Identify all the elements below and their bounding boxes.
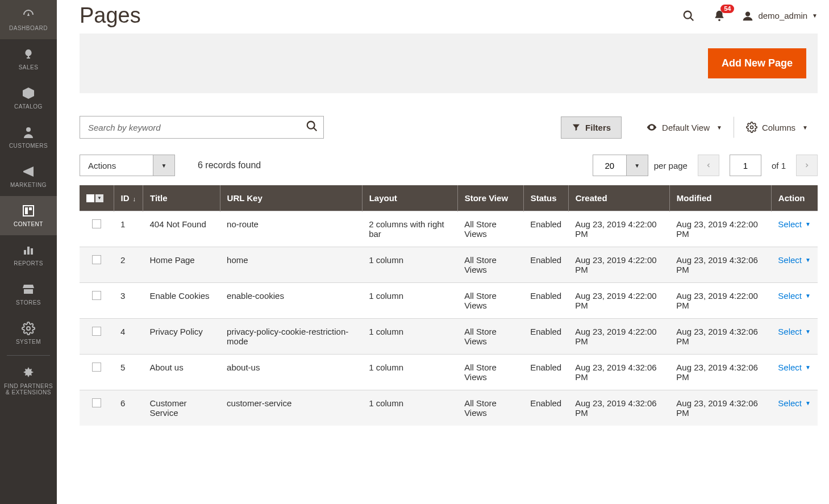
per-page-input[interactable] xyxy=(593,155,627,176)
table-row: 4Privacy Policyprivacy-policy-cookie-res… xyxy=(80,319,818,355)
col-status[interactable]: Status xyxy=(523,185,568,211)
cell-layout: 2 columns with right bar xyxy=(362,211,457,247)
main-content: Pages 54 demo_admin ▼ Add New Page xyxy=(57,0,829,504)
cell-modified: Aug 23, 2019 4:32:06 PM xyxy=(669,247,771,283)
svg-rect-1 xyxy=(23,206,34,216)
cell-title: Home Page xyxy=(143,247,220,283)
row-checkbox[interactable] xyxy=(92,327,101,336)
col-id[interactable]: ID↓ xyxy=(114,185,143,211)
svg-point-12 xyxy=(307,122,315,129)
action-select[interactable]: Select▼ xyxy=(778,327,811,336)
cell-urlkey: home xyxy=(220,247,362,283)
row-checkbox[interactable] xyxy=(92,291,101,300)
actionbar: Add New Page xyxy=(80,34,818,93)
table-row: 1404 Not Foundno-route2 columns with rig… xyxy=(80,211,818,247)
sort-arrow-icon: ↓ xyxy=(133,195,136,202)
user-menu[interactable]: demo_admin ▼ xyxy=(742,10,818,22)
search-input[interactable] xyxy=(80,116,324,139)
table-row: 5About usabout-us1 columnAll Store Views… xyxy=(80,355,818,390)
action-select[interactable]: Select▼ xyxy=(778,219,811,229)
row-checkbox[interactable] xyxy=(92,255,101,264)
default-view-button[interactable]: Default View ▼ xyxy=(636,116,734,138)
per-page-label: per page xyxy=(654,161,688,170)
username-label: demo_admin xyxy=(758,11,807,20)
col-title[interactable]: Title xyxy=(143,185,220,211)
sidebar-item-dashboard[interactable]: DASHBOARD xyxy=(0,0,57,39)
sidebar-item-sales-icon xyxy=(22,46,35,62)
col-url-key[interactable]: URL Key xyxy=(220,185,362,211)
cell-modified: Aug 23, 2019 4:32:06 PM xyxy=(669,390,771,426)
cell-modified: Aug 23, 2019 4:22:00 PM xyxy=(669,211,771,247)
add-new-page-button[interactable]: Add New Page xyxy=(708,48,806,78)
svg-point-11 xyxy=(745,11,750,16)
header-right: 54 demo_admin ▼ xyxy=(681,8,818,24)
sidebar-item-marketing[interactable]: MARKETING xyxy=(0,157,57,196)
per-page-toggle[interactable]: ▼ xyxy=(627,155,648,176)
sidebar-item-dashboard-icon xyxy=(22,7,35,23)
sidebar-item-reports-icon xyxy=(22,242,35,258)
col-created[interactable]: Created xyxy=(568,185,669,211)
row-checkbox[interactable] xyxy=(92,398,101,407)
cell-storeview: All Store Views xyxy=(457,283,523,319)
sidebar-item-reports[interactable]: REPORTS xyxy=(0,235,57,274)
sidebar-item-content[interactable]: CONTENT xyxy=(0,196,57,235)
user-icon xyxy=(742,10,753,22)
col-layout[interactable]: Layout xyxy=(362,185,457,211)
page-input[interactable] xyxy=(730,155,761,176)
action-select[interactable]: Select▼ xyxy=(778,255,811,265)
next-page-button[interactable] xyxy=(796,155,818,176)
sidebar-item-catalog-icon xyxy=(22,85,35,101)
chevron-right-icon xyxy=(803,162,810,169)
row-checkbox[interactable] xyxy=(92,363,101,372)
cell-status: Enabled xyxy=(523,390,568,426)
cell-title: Privacy Policy xyxy=(143,319,220,355)
cell-status: Enabled xyxy=(523,247,568,283)
actions-label: Actions xyxy=(80,155,153,176)
col-checkbox[interactable]: ▼ xyxy=(80,185,114,211)
select-all-checkbox[interactable] xyxy=(86,194,94,202)
cell-created: Aug 23, 2019 4:32:06 PM xyxy=(568,355,669,390)
default-view-label: Default View xyxy=(662,123,710,132)
sidebar-item-label: CONTENT xyxy=(14,221,43,227)
actions-toggle[interactable]: ▼ xyxy=(153,155,175,176)
col-store-view[interactable]: Store View xyxy=(457,185,523,211)
select-all-toggle[interactable]: ▼ xyxy=(95,194,103,202)
svg-point-14 xyxy=(750,126,753,129)
sidebar-item-system[interactable]: SYSTEM xyxy=(0,314,57,353)
prev-page-button[interactable] xyxy=(698,155,719,176)
action-select[interactable]: Select▼ xyxy=(778,291,811,301)
sidebar: DASHBOARDSALESCATALOGCUSTOMERSMARKETINGC… xyxy=(0,0,57,504)
cell-storeview: All Store Views xyxy=(457,211,523,247)
sidebar-item-stores-icon xyxy=(22,281,35,297)
chevron-down-icon: ▼ xyxy=(805,221,811,227)
actions-dropdown[interactable]: Actions ▼ xyxy=(80,155,175,176)
action-select[interactable]: Select▼ xyxy=(778,398,811,408)
col-modified[interactable]: Modified xyxy=(669,185,771,211)
notifications-button[interactable]: 54 xyxy=(711,8,727,24)
filters-button[interactable]: Filters xyxy=(561,116,622,139)
sidebar-item-catalog[interactable]: CATALOG xyxy=(0,78,57,118)
svg-rect-3 xyxy=(29,207,32,210)
sidebar-item-label: SALES xyxy=(19,64,39,70)
sidebar-item-customers[interactable]: CUSTOMERS xyxy=(0,118,57,157)
sidebar-item-partners[interactable]: FIND PARTNERS & EXTENSIONS xyxy=(0,358,57,403)
cell-storeview: All Store Views xyxy=(457,355,523,390)
row-checkbox[interactable] xyxy=(92,219,101,228)
cell-layout: 1 column xyxy=(362,355,457,390)
action-select[interactable]: Select▼ xyxy=(778,363,811,372)
search-box xyxy=(80,116,324,139)
sidebar-item-stores[interactable]: STORES xyxy=(0,274,57,314)
search-icon[interactable] xyxy=(681,8,697,24)
search-icon[interactable] xyxy=(306,120,318,135)
cell-modified: Aug 23, 2019 4:32:06 PM xyxy=(669,319,771,355)
columns-button[interactable]: Columns ▼ xyxy=(734,116,818,138)
cell-created: Aug 23, 2019 4:22:00 PM xyxy=(568,211,669,247)
columns-label: Columns xyxy=(762,123,795,132)
cell-title: 404 Not Found xyxy=(143,211,220,247)
action-select-label: Select xyxy=(778,327,802,336)
cell-modified: Aug 23, 2019 4:32:06 PM xyxy=(669,355,771,390)
cell-urlkey: enable-cookies xyxy=(220,283,362,319)
sidebar-item-label: MARKETING xyxy=(10,182,47,188)
sidebar-item-sales[interactable]: SALES xyxy=(0,39,57,78)
cell-status: Enabled xyxy=(523,355,568,390)
